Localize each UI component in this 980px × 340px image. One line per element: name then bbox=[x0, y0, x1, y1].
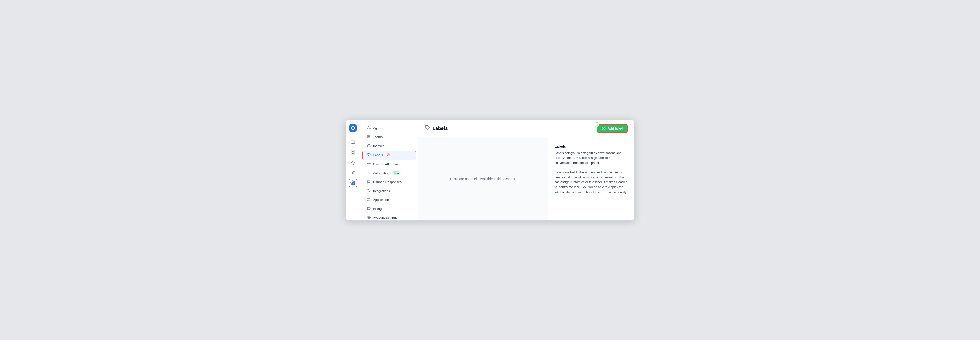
add-label-button[interactable]: Add label bbox=[597, 124, 627, 133]
sidebar-item-applications[interactable]: Applications bbox=[362, 195, 416, 204]
applications-icon bbox=[367, 198, 371, 202]
svg-rect-20 bbox=[368, 200, 368, 201]
rail-icon-settings[interactable] bbox=[348, 178, 357, 187]
svg-rect-19 bbox=[369, 198, 370, 199]
rail-icon-reports[interactable] bbox=[348, 158, 357, 167]
sidebar-item-canned-responses[interactable]: Canned Responses bbox=[362, 178, 416, 186]
sidebar-item-applications-label: Applications bbox=[373, 198, 391, 202]
rail-icon-conversations[interactable] bbox=[348, 138, 357, 147]
sidebar-item-account-settings[interactable]: Account Settings bbox=[362, 213, 416, 221]
svg-rect-21 bbox=[369, 200, 370, 201]
inboxes-icon bbox=[367, 144, 371, 148]
labels-number-badge: 2 bbox=[386, 153, 390, 157]
agents-icon bbox=[367, 126, 371, 130]
add-label-button-wrapper: 3 Add label bbox=[597, 124, 627, 133]
svg-rect-8 bbox=[368, 135, 368, 136]
svg-rect-18 bbox=[368, 198, 368, 199]
add-label-button-text: Add label bbox=[607, 127, 622, 130]
info-panel-paragraph1: Labels help you to categorize conversati… bbox=[555, 151, 628, 165]
main-content: Labels 3 Add label There are no labels a… bbox=[418, 120, 634, 221]
svg-rect-11 bbox=[369, 137, 370, 138]
integrations-icon bbox=[367, 189, 371, 193]
svg-rect-2 bbox=[351, 151, 353, 152]
svg-point-1 bbox=[352, 127, 354, 129]
svg-point-7 bbox=[368, 126, 369, 127]
svg-rect-22 bbox=[368, 207, 371, 210]
rail-icon-campaigns[interactable] bbox=[348, 168, 357, 177]
svg-rect-9 bbox=[369, 135, 370, 136]
sidebar-item-inboxes[interactable]: Inboxes bbox=[362, 142, 416, 150]
page-title-text: Labels bbox=[433, 126, 448, 131]
empty-message: There are no labels available in this ac… bbox=[449, 177, 516, 181]
sidebar-item-agents[interactable]: Agents bbox=[362, 124, 416, 133]
sidebar-item-canned-responses-label: Canned Responses bbox=[373, 180, 402, 184]
page-title: Labels bbox=[425, 125, 448, 132]
app-logo[interactable] bbox=[348, 124, 357, 132]
sidebar-item-integrations-label: Integrations bbox=[373, 189, 390, 193]
sidebar-item-labels[interactable]: Labels 2 bbox=[362, 151, 416, 160]
sidebar-item-account-settings-label: Account Settings bbox=[373, 216, 398, 219]
icon-rail bbox=[346, 120, 360, 221]
sidebar-item-custom-attributes-label: Custom Attributes bbox=[373, 162, 399, 166]
sidebar-item-teams-label: Teams bbox=[373, 135, 383, 139]
svg-rect-10 bbox=[368, 137, 368, 138]
empty-state: There are no labels available in this ac… bbox=[418, 137, 548, 221]
svg-point-14 bbox=[368, 172, 369, 173]
labels-icon bbox=[368, 153, 371, 157]
app-window: Agents Teams Inboxes Labels 2 bbox=[346, 119, 635, 221]
automation-icon bbox=[367, 171, 371, 175]
sidebar-item-billing[interactable]: Billing bbox=[362, 205, 416, 213]
page-header: Labels 3 Add label bbox=[418, 120, 634, 137]
sidebar-item-labels-label: Labels bbox=[373, 153, 383, 157]
sidebar-item-automation-label: Automation bbox=[373, 171, 390, 175]
custom-attributes-icon bbox=[367, 162, 371, 167]
automation-beta-badge: Beta bbox=[392, 171, 401, 175]
sidebar: Agents Teams Inboxes Labels 2 bbox=[360, 120, 418, 221]
svg-rect-3 bbox=[353, 151, 355, 152]
svg-rect-5 bbox=[353, 153, 355, 154]
sidebar-item-teams[interactable]: Teams bbox=[362, 133, 416, 141]
svg-point-6 bbox=[352, 182, 354, 183]
sidebar-item-agents-label: Agents bbox=[373, 126, 383, 130]
svg-point-16 bbox=[368, 189, 368, 190]
add-label-badge: 3 bbox=[595, 122, 600, 127]
account-settings-icon bbox=[367, 216, 371, 220]
svg-point-15 bbox=[369, 191, 370, 192]
page-title-icon bbox=[425, 125, 430, 132]
sidebar-item-billing-label: Billing bbox=[373, 207, 382, 211]
info-panel-paragraph2: Labels are tied to the account and can b… bbox=[555, 170, 628, 195]
sidebar-item-automation[interactable]: Automation Beta bbox=[362, 169, 416, 178]
canned-responses-icon bbox=[367, 180, 371, 184]
billing-icon bbox=[367, 207, 371, 211]
sidebar-item-custom-attributes[interactable]: Custom Attributes bbox=[362, 160, 416, 169]
svg-point-24 bbox=[368, 217, 369, 218]
svg-marker-13 bbox=[368, 162, 371, 165]
main-body: There are no labels available in this ac… bbox=[418, 137, 634, 221]
teams-icon bbox=[367, 135, 371, 139]
svg-rect-4 bbox=[351, 153, 353, 154]
info-panel: Labels Labels help you to categorize con… bbox=[548, 137, 634, 221]
info-panel-title: Labels bbox=[555, 144, 628, 148]
sidebar-item-integrations[interactable]: Integrations bbox=[362, 187, 416, 195]
sidebar-item-inboxes-label: Inboxes bbox=[373, 144, 385, 148]
rail-icon-contacts[interactable] bbox=[348, 148, 357, 157]
